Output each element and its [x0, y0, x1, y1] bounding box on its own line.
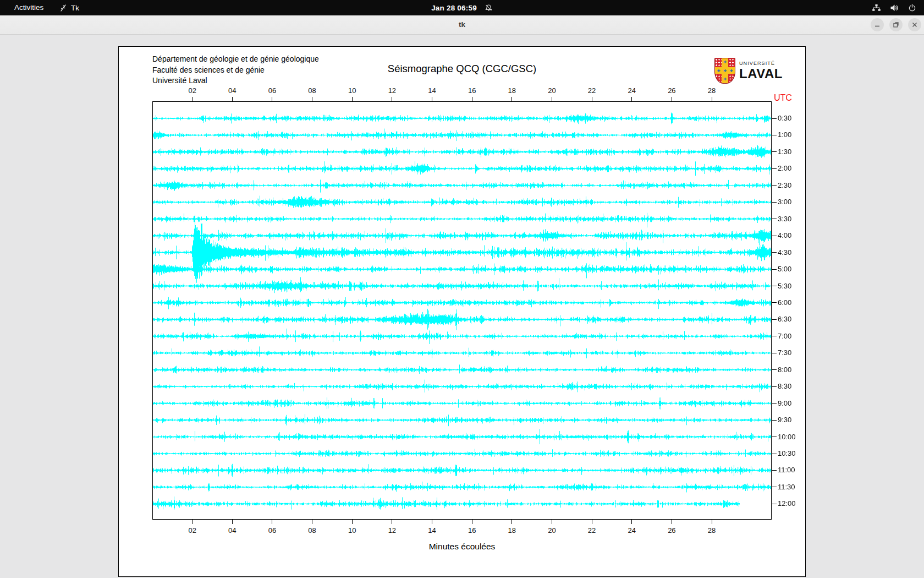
x-tick-label-bottom: 02: [184, 526, 201, 535]
institution-line3: Université Laval: [152, 75, 319, 86]
maximize-button[interactable]: [889, 18, 903, 31]
y-tick: [772, 219, 777, 219]
x-tick-label-top: 22: [584, 86, 600, 95]
x-tick-label-bottom: 20: [543, 526, 560, 535]
y-tick: [772, 168, 777, 169]
x-tick-top: [631, 97, 632, 101]
y-tick: [772, 302, 777, 303]
x-tick-label-bottom: 12: [384, 526, 400, 535]
y-tick: [772, 504, 777, 504]
y-tick-label: 5:30: [778, 282, 791, 291]
restore-icon: [893, 21, 899, 28]
y-tick-label: 1:00: [778, 130, 791, 139]
tk-feather-icon: [59, 4, 67, 12]
y-tick: [772, 202, 777, 203]
x-tick-top: [272, 97, 272, 101]
y-tick-label: 11:00: [778, 466, 795, 475]
close-button[interactable]: [908, 18, 921, 31]
x-tick-bottom: [631, 520, 632, 524]
x-tick-label-top: 12: [384, 86, 400, 95]
x-tick-top: [232, 97, 233, 101]
seismogram-traces: [152, 101, 772, 520]
logo-laval-label: LAVAL: [739, 67, 783, 80]
y-tick-label: 4:00: [778, 231, 791, 240]
y-tick-label: 3:30: [778, 215, 791, 223]
y-tick: [772, 236, 777, 236]
y-tick: [772, 454, 777, 454]
x-tick-label-top: 18: [504, 86, 520, 95]
x-tick-bottom: [672, 520, 672, 524]
x-tick-bottom: [432, 520, 432, 524]
y-tick-label: 10:30: [778, 449, 796, 458]
x-tick-label-bottom: 10: [344, 526, 360, 535]
y-tick: [772, 487, 777, 487]
logo-universite-label: UNIVERSITÉ: [739, 61, 783, 66]
network-icon: [872, 4, 881, 12]
y-tick: [772, 403, 777, 403]
x-tick-top: [312, 97, 312, 101]
y-tick: [772, 252, 777, 253]
y-tick: [772, 386, 777, 387]
x-tick-label-top: 26: [663, 86, 680, 95]
minimize-button[interactable]: [871, 18, 884, 31]
y-tick-label: 1:30: [778, 148, 791, 156]
x-tick-label-top: 16: [464, 86, 480, 95]
window-titlebar[interactable]: tk: [0, 15, 924, 35]
x-tick-label-top: 24: [624, 86, 640, 95]
x-tick-label-top: 20: [543, 86, 560, 95]
x-tick-label-bottom: 24: [624, 526, 640, 535]
y-tick: [772, 118, 777, 119]
y-tick-label: 2:30: [778, 181, 791, 190]
x-tick-label-bottom: 04: [224, 526, 240, 535]
app-name-label: Tk: [71, 4, 79, 12]
x-tick-bottom: [472, 520, 472, 524]
x-tick-bottom: [552, 520, 552, 524]
system-status-area[interactable]: [872, 0, 916, 15]
volume-icon: [890, 4, 899, 12]
y-tick: [772, 286, 777, 286]
window-title: tk: [0, 15, 924, 34]
y-tick: [772, 185, 777, 186]
plot-title: Séismographe QCQ (CGC/GSC): [324, 63, 600, 75]
y-tick: [772, 420, 777, 421]
laval-shield-icon: ✚ ✚ ✚ ✚ ✚: [714, 58, 735, 84]
y-tick: [772, 369, 777, 370]
x-tick-label-bottom: 18: [504, 526, 520, 535]
x-tick-label-bottom: 28: [703, 526, 720, 535]
minimize-icon: [874, 21, 881, 28]
x-tick-bottom: [512, 520, 512, 524]
y-tick: [772, 470, 777, 471]
clock-label[interactable]: Jan 28 06:59: [431, 4, 477, 12]
x-tick-bottom: [232, 520, 233, 524]
x-tick-top: [352, 97, 353, 101]
gnome-top-bar: Activities Tk Jan 28 06:59: [0, 0, 924, 15]
y-tick-label: 0:30: [778, 114, 791, 123]
y-tick-label: 9:30: [778, 416, 791, 424]
institution-header: Département de géologie et de génie géol…: [152, 54, 319, 86]
x-tick-label-top: 02: [184, 86, 201, 95]
y-tick-label: 6:30: [778, 315, 791, 324]
x-tick-label-top: 14: [424, 86, 441, 95]
x-axis-title: Minutes écoulées: [380, 542, 544, 552]
y-tick-label: 6:00: [778, 298, 791, 307]
x-tick-top: [712, 97, 712, 101]
y-tick-label: 9:00: [778, 399, 791, 408]
x-tick-top: [552, 97, 552, 101]
y-tick-label: 8:00: [778, 366, 791, 374]
x-tick-top: [392, 97, 392, 101]
universite-laval-logo: ✚ ✚ ✚ ✚ ✚ UNIVERSITÉ LAVAL: [714, 58, 783, 84]
y-tick-label: 5:00: [778, 265, 791, 274]
y-tick: [772, 353, 777, 353]
x-tick-bottom: [272, 520, 272, 524]
x-tick-top: [592, 97, 592, 101]
close-icon: [911, 21, 918, 28]
y-tick: [772, 319, 777, 320]
activities-button[interactable]: Activities: [9, 0, 49, 15]
x-tick-label-bottom: 08: [304, 526, 321, 535]
y-tick-label: 4:30: [778, 248, 791, 257]
power-icon: [908, 4, 916, 12]
x-tick-label-top: 10: [344, 86, 360, 95]
y-tick: [772, 151, 777, 152]
focused-app-menu[interactable]: Tk: [59, 0, 79, 15]
x-tick-bottom: [712, 520, 712, 524]
